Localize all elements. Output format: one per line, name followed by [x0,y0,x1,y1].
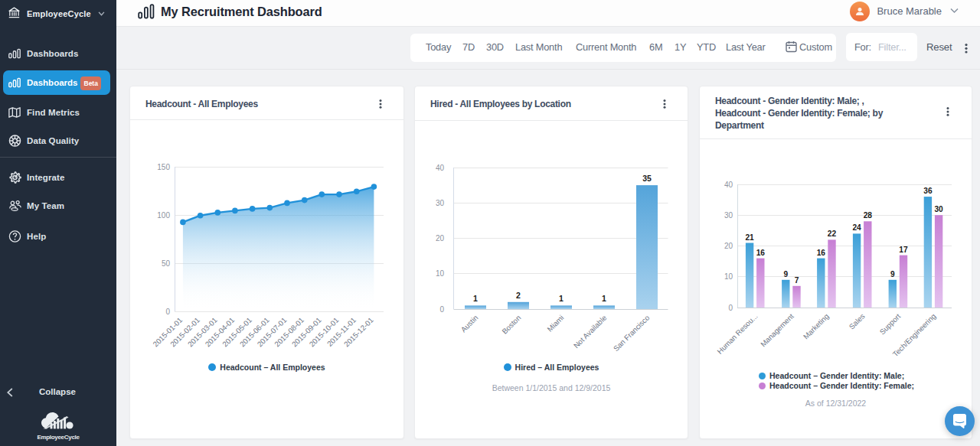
svg-text:35: 35 [642,174,652,183]
svg-text:10: 10 [724,272,733,281]
svg-text:22: 22 [828,230,837,238]
svg-text:Boston: Boston [500,314,522,336]
svg-text:16: 16 [756,249,766,257]
svg-text:Human Resou...: Human Resou... [715,312,759,356]
svg-text:16: 16 [817,249,826,257]
svg-text:EmployeeCycle: EmployeeCycle [37,434,80,441]
svg-text:30: 30 [436,199,445,207]
svg-text:Not Available: Not Available [572,314,609,350]
svg-text:San Francisco: San Francisco [612,314,652,353]
svg-text:17: 17 [899,246,908,254]
svg-text:21: 21 [745,233,754,242]
svg-text:30: 30 [724,211,733,220]
svg-text:100: 100 [157,211,170,220]
svg-text:40: 40 [724,181,733,189]
svg-text:7: 7 [795,276,799,285]
svg-text:36: 36 [923,187,933,195]
svg-text:Support: Support [878,311,903,336]
svg-text:28: 28 [864,211,873,220]
svg-text:Austin: Austin [459,314,480,334]
svg-text:150: 150 [157,163,170,171]
svg-text:1: 1 [473,294,478,303]
svg-text:0: 0 [165,308,170,316]
svg-text:2: 2 [516,291,521,300]
svg-text:Marketing: Marketing [802,312,831,341]
svg-text:Management: Management [759,311,795,348]
svg-text:10: 10 [436,269,445,278]
svg-text:1: 1 [559,294,564,303]
svg-text:0: 0 [439,305,444,314]
svg-text:30: 30 [934,205,943,213]
svg-text:20: 20 [724,242,733,250]
svg-text:50: 50 [162,259,171,268]
svg-text:Miami: Miami [545,314,565,334]
svg-text:20: 20 [436,234,445,243]
svg-text:0: 0 [728,304,733,312]
svg-text:24: 24 [852,223,861,232]
svg-text:40: 40 [436,164,445,172]
svg-text:1: 1 [602,294,606,303]
svg-text:Sales: Sales [848,312,867,331]
svg-text:9: 9 [783,270,788,278]
svg-text:9: 9 [890,270,895,278]
